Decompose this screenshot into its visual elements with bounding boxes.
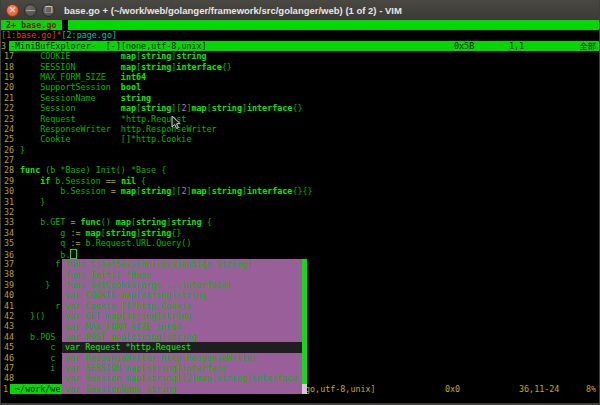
maximize-button[interactable]: ❒ [42,4,55,17]
line-number: 42 [1,311,14,321]
completion-popup: func ClearSession(sessionSign string)fun… [62,259,307,394]
code-line[interactable]: 27 [1,155,599,165]
code-token: string [176,51,206,61]
popup-item-selected[interactable]: var Request *http.Request [62,342,302,352]
code-token: f [20,259,60,269]
code-token: } [20,280,50,290]
code-line[interactable]: 19 MAX_FORM_SIZE int64 [1,72,599,82]
line-number: 18 [1,62,14,72]
line-number: 32 [1,207,14,217]
line-number: 24 [1,124,14,134]
line-number: 41 [1,301,14,311]
code-line[interactable]: 20 SupportSession bool [1,82,599,92]
popup-item[interactable]: func SetCookie(args ...interface) [62,280,302,290]
code-token: SupportSession [20,82,121,92]
code-token: map [121,51,136,61]
code-token: map [86,228,101,238]
code-token: b.Session [20,186,111,196]
code-line[interactable]: 31 } [1,197,599,207]
code-token: string [141,62,171,72]
line-number: 35 [1,238,14,248]
line-number: 21 [1,93,14,103]
tabline-fill [68,20,599,30]
code-line[interactable]: 18 SESSION map[string]interface{} [1,62,599,72]
code-token: bool [121,82,141,92]
popup-scrollbar-thumb[interactable] [302,259,307,384]
code-token: string [106,228,136,238]
close-button[interactable]: ✕ [6,4,19,17]
code-line[interactable]: 24 ResponseWriter http.ResponseWriter [1,124,599,134]
tab-base-go[interactable]: 2+ base.go [1,20,62,30]
code-token: q [20,238,70,248]
code-token: { [202,217,212,227]
code-token: == [106,176,116,186]
code-token: { [136,176,146,186]
code-token: Request *http.Request [20,114,186,124]
code-line[interactable]: 35 q := b.Request.URL.Query() [1,238,599,248]
code-token: string [212,103,242,113]
line-number: 48 [1,373,14,383]
popup-item[interactable]: var MAX_FORM_SIZE int64 [62,322,302,332]
code-token: }() [20,311,45,321]
code-token: b.Session [50,176,105,186]
code-token: if [40,176,50,186]
popup-item[interactable]: var Session map[string][2]map[string]int… [62,373,302,383]
minibuf-buffer-item[interactable]: [1:base.go]* [1,30,62,40]
code-line[interactable]: 17 COOKIE map[string]string [1,51,599,61]
code-line[interactable]: 26} [1,145,599,155]
line-number: 23 [1,114,14,124]
minimize-button[interactable]: — [24,4,37,17]
line-number: 36 [1,250,14,259]
popup-item[interactable]: var Cookie []*http.Cookie [62,301,302,311]
code-line[interactable]: 25 Cookie []*http.Cookie [1,134,599,144]
code-token: string [141,103,171,113]
maximize-icon: ❒ [44,6,52,15]
code-line[interactable]: 32 [1,207,599,217]
minibuf-scroll-pct: 全部 [579,41,596,51]
minibuf-buffer-item[interactable]: [2:page.go] [62,30,117,40]
code-line[interactable]: 30 b.Session = map[string][2]map[string]… [1,186,599,196]
line-number: 37 [1,259,14,269]
popup-item[interactable]: var ResponseWriter http.ResponseWriter [62,353,302,363]
code-token: (b *Base) Init() *Base { [40,165,166,175]
code-token: c [20,353,55,363]
line-number: 33 [1,217,14,227]
popup-item[interactable]: var SESSION map[string]interface [62,363,302,373]
code-token: () [101,217,116,227]
popup-item[interactable]: func Init() *Base [62,270,302,280]
code-token: Session [20,103,121,113]
code-token: nil [121,176,136,186]
popup-item[interactable]: var SessionName string [62,384,302,394]
status-scroll-pct: 8% [586,384,596,394]
status-file-path: ~/work/we [10,384,63,394]
code-token: {} [171,228,181,238]
popup-item[interactable]: var GET map[string]string [62,311,302,321]
code-line[interactable]: 36 b. [1,249,599,259]
line-number: 31 [1,197,14,207]
code-line[interactable]: 23 Request *http.Request [1,114,599,124]
code-token: b.POS [20,332,55,342]
line-number: 27 [1,155,14,165]
code-token: map [121,103,136,113]
popup-item[interactable]: var COOKIE map[string]string [62,290,302,300]
minibuf-cursor-pos: 1,1 [509,41,524,51]
code-token: interface [247,186,292,196]
code-line[interactable]: 29 if b.Session == nil { [1,176,599,186]
minibuf-hex-value: 0x5B [454,41,474,51]
text-cursor [70,249,77,259]
code-line[interactable]: 34 g := map[string]string{} [1,228,599,238]
line-number: 44 [1,332,14,342]
code-line[interactable]: 33 b.GET = func() map[string]string { [1,217,599,227]
popup-item[interactable]: func ClearSession(sessionSign string) [62,259,302,269]
line-number: 46 [1,353,14,363]
mouse-pointer-icon [171,115,183,131]
code-line[interactable]: 28func (b *Base) Init() *Base { [1,165,599,175]
popup-item[interactable]: var POST map[string]string [62,332,302,342]
line-number: 25 [1,134,14,144]
code-line[interactable]: 21 SessionName string [1,93,599,103]
code-token: i [20,363,55,373]
code-line[interactable]: 22 Session map[string][2]map[string]inte… [1,103,599,113]
vim-screen: 2+ base.go [1:base.go]*[2:page.go] 3 -Mi… [1,20,599,405]
line-number: 39 [1,280,14,290]
code-token: func [20,165,40,175]
